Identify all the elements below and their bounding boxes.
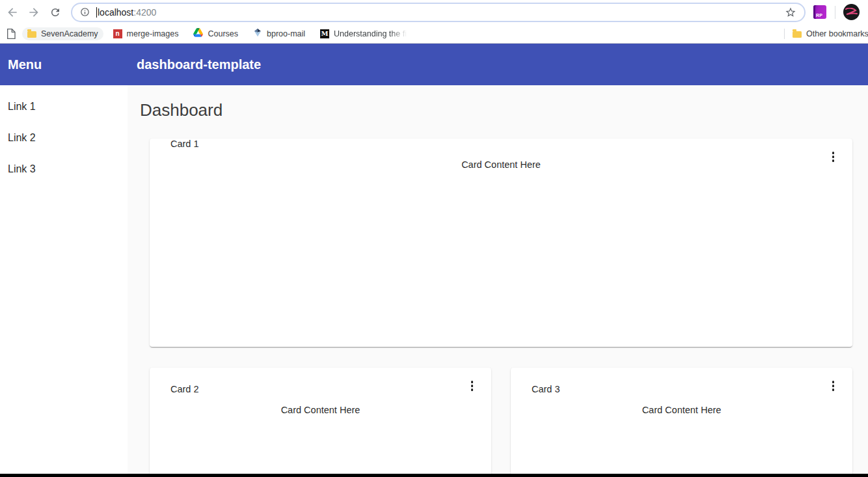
bookmark-label: SevenAcademy [41, 29, 98, 38]
bookmark-label: Courses [208, 29, 238, 38]
bookmark-courses[interactable]: Courses [188, 26, 243, 42]
gem-icon [253, 28, 262, 40]
card-1: Card 1 Card Content Here [150, 139, 852, 347]
back-icon[interactable] [5, 5, 20, 20]
bookmark-understanding[interactable]: M Understanding the fil [315, 27, 414, 40]
bookmark-bproo-mail[interactable]: bproo-mail [248, 26, 310, 42]
more-options-icon[interactable] [470, 379, 475, 392]
card-content: Card Content Here [150, 159, 852, 170]
bookmark-star-icon[interactable] [785, 7, 796, 18]
npm-icon: n [113, 29, 122, 38]
other-bookmarks-button[interactable]: Other bookmarks [793, 29, 868, 38]
extension-badge-label: RP [816, 13, 822, 18]
sidebar-item-label: Link 3 [8, 163, 36, 175]
blank-page-icon[interactable] [6, 27, 16, 41]
bookmarks-bar-right: Other bookmarks [784, 29, 868, 39]
bookmark-label: merge-images [127, 29, 179, 38]
main-content: Dashboard Card 1 Card Content Here Card … [128, 85, 868, 477]
sidebar-item-label: Link 1 [8, 101, 36, 113]
other-bookmarks-label: Other bookmarks [806, 29, 868, 38]
card-2: Card 2 Card Content Here [150, 368, 491, 477]
card-title: Card 2 [170, 384, 491, 394]
bookmarks-bar: SevenAcademy n merge-images Courses bpro… [0, 24, 868, 43]
url-text: localhost:4200 [98, 7, 156, 18]
folder-icon [793, 31, 802, 38]
card-title: Card 3 [532, 384, 852, 394]
sidebar-item-label: Link 2 [8, 132, 36, 144]
card-row: Card 2 Card Content Here Card 3 Card Con… [150, 368, 852, 477]
folder-icon [27, 31, 36, 38]
bookmark-merge-images[interactable]: n merge-images [108, 27, 184, 40]
extension-icon[interactable]: RP [813, 5, 826, 19]
bookmark-label: Understanding the fil [334, 29, 409, 38]
more-options-icon[interactable] [831, 150, 836, 163]
sidebar-item-link1[interactable]: Link 1 [0, 91, 128, 122]
profile-avatar[interactable] [843, 4, 860, 20]
menu-button[interactable]: Menu [8, 57, 42, 72]
taskbar-strip [0, 474, 868, 477]
url-host: localhost [98, 7, 133, 18]
refresh-icon[interactable] [48, 5, 62, 20]
url-port: :4200 [133, 7, 156, 18]
toolbar-divider [835, 6, 835, 19]
more-options-icon[interactable] [831, 379, 836, 392]
url-bar[interactable]: localhost:4200 [71, 3, 806, 22]
card-content: Card Content Here [511, 405, 852, 415]
bookmark-label: bproo-mail [267, 29, 305, 38]
sidebar-item-link3[interactable]: Link 3 [0, 154, 128, 185]
sidebar-item-link2[interactable]: Link 2 [0, 122, 128, 154]
app-toolbar: Menu dashboard-template [0, 44, 868, 85]
card-3: Card 3 Card Content Here [511, 368, 852, 477]
browser-toolbar: localhost:4200 RP [0, 0, 868, 24]
text-caret [96, 7, 97, 18]
bookmarks-divider [784, 29, 785, 39]
page-title: Dashboard [140, 100, 852, 120]
medium-icon: M [320, 29, 329, 38]
browser-chrome: localhost:4200 RP SevenAcademy n merge-i… [0, 0, 868, 44]
app-title: dashboard-template [137, 57, 261, 72]
card-content: Card Content Here [150, 405, 491, 415]
card-title: Card 1 [170, 139, 852, 149]
forward-icon[interactable] [27, 5, 41, 20]
sidenav: Link 1 Link 2 Link 3 [0, 85, 128, 477]
page-info-icon[interactable] [80, 7, 90, 17]
bookmark-sevenacademy[interactable]: SevenAcademy [22, 27, 103, 40]
app-body: Link 1 Link 2 Link 3 Dashboard Card 1 Ca… [0, 85, 868, 477]
google-drive-icon [193, 28, 203, 40]
